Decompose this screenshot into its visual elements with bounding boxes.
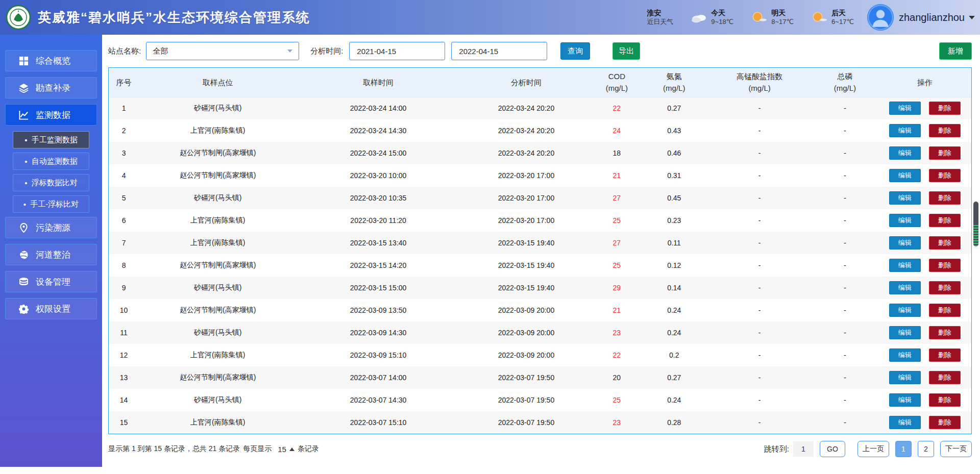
page-button-2[interactable]: 2 <box>918 441 934 457</box>
add-button[interactable]: 新增 <box>939 42 972 60</box>
cod-value: 22 <box>593 97 641 119</box>
edit-button[interactable]: 编辑 <box>889 124 921 137</box>
actions-cell: 编辑删除 <box>878 366 971 389</box>
delete-button[interactable]: 删除 <box>929 304 961 317</box>
app-root: 英威雅“碧水哨兵”水生态环境综合管理系统 淮安 近日天气 今天9~18℃明天8~… <box>0 0 980 474</box>
edit-button[interactable]: 编辑 <box>889 416 921 429</box>
site-name: 砂礓河(马头镇) <box>139 321 297 344</box>
per-page-suffix: 条记录 <box>298 444 319 454</box>
tp-value: - <box>812 142 878 164</box>
export-button[interactable]: 导出 <box>612 42 640 60</box>
edit-button[interactable]: 编辑 <box>889 304 921 317</box>
site-name: 砂礓河(马头镇) <box>139 277 297 299</box>
delete-button[interactable]: 删除 <box>929 371 961 384</box>
kmno4-value: - <box>707 321 812 344</box>
tp-value: - <box>812 366 878 389</box>
go-button[interactable]: GO <box>820 441 845 457</box>
kmno4-value: - <box>707 164 812 187</box>
per-page-prefix: 每页显示 <box>243 444 272 454</box>
sidebar-item[interactable]: 设备管理 <box>5 271 97 292</box>
bullet-icon: • <box>24 157 27 166</box>
edit-button[interactable]: 编辑 <box>889 214 921 227</box>
edit-button[interactable]: 编辑 <box>889 169 921 182</box>
weather-days: 今天9~18℃明天8~17℃后天6~17℃ <box>673 9 854 26</box>
edit-button[interactable]: 编辑 <box>889 281 921 294</box>
date-to-input[interactable]: 2022-04-15 <box>451 42 547 60</box>
station-select[interactable]: 全部 <box>146 42 299 60</box>
sample-time: 2022-03-24 15:00 <box>297 142 459 164</box>
actions-cell: 编辑删除 <box>878 277 971 299</box>
delete-button[interactable]: 删除 <box>929 214 961 227</box>
edit-button[interactable]: 编辑 <box>889 259 921 272</box>
delete-button[interactable]: 删除 <box>929 281 961 294</box>
delete-button[interactable]: 删除 <box>929 124 961 137</box>
column-header-line1: 总磷 <box>812 70 878 82</box>
edit-button[interactable]: 编辑 <box>889 371 921 384</box>
edit-button[interactable]: 编辑 <box>889 348 921 362</box>
edit-button[interactable]: 编辑 <box>889 191 921 205</box>
station-name-label: 站点名称: <box>108 46 141 56</box>
table-row: 9砂礓河(马头镇)2022-03-15 15:002022-03-15 19:4… <box>109 277 971 299</box>
sidebar-item[interactable]: 综合概览 <box>5 50 97 71</box>
sidebar-item[interactable]: 勘查补录 <box>5 77 97 98</box>
delete-button[interactable]: 删除 <box>929 169 961 182</box>
sidebar-item[interactable]: 河道整治 <box>5 244 97 265</box>
tp-value: - <box>812 344 878 366</box>
edit-button[interactable]: 编辑 <box>889 102 921 115</box>
delete-button[interactable]: 删除 <box>929 416 961 429</box>
delete-button[interactable]: 删除 <box>929 326 961 339</box>
sidebar-subitem[interactable]: •手工监测数据 <box>13 131 89 148</box>
delete-button[interactable]: 删除 <box>929 348 961 362</box>
avatar[interactable] <box>867 4 894 31</box>
delete-button[interactable]: 删除 <box>929 259 961 272</box>
sidebar-subitem-label: 自动监测数据 <box>32 157 78 166</box>
page-size-select[interactable]: 15 <box>278 445 295 454</box>
page-button-1[interactable]: 1 <box>895 441 912 457</box>
filter-bar: 站点名称: 全部 分析时间: 2021-04-15 2022-04-15 查询 … <box>108 41 972 61</box>
jump-page-input[interactable]: 1 <box>793 441 814 457</box>
query-button[interactable]: 查询 <box>560 42 590 60</box>
scrollbar-track[interactable] <box>973 41 979 462</box>
weather-day-label: 今天 <box>711 9 733 17</box>
kmno4-value: - <box>707 366 812 389</box>
sidebar-subitem[interactable]: •浮标数据比对 <box>13 174 89 191</box>
sidebar-item-label: 监测数据 <box>36 109 70 121</box>
kmno4-value: - <box>707 97 812 119</box>
sidebar-item[interactable]: 权限设置 <box>5 298 97 319</box>
delete-button[interactable]: 删除 <box>929 191 961 205</box>
row-index: 5 <box>109 187 139 209</box>
edit-button[interactable]: 编辑 <box>889 236 921 250</box>
user-menu[interactable]: zhanglianzhou <box>899 12 975 23</box>
delete-button[interactable]: 删除 <box>929 102 961 115</box>
cod-value: 23 <box>593 321 641 344</box>
kmno4-value: - <box>707 389 812 411</box>
sample-time: 2022-03-09 13:50 <box>297 299 459 321</box>
sidebar-item[interactable]: 污染溯源 <box>5 217 97 238</box>
edit-button[interactable]: 编辑 <box>889 393 921 407</box>
delete-button[interactable]: 删除 <box>929 146 961 160</box>
weather-day: 明天8~17℃ <box>751 9 794 26</box>
delete-button[interactable]: 删除 <box>929 393 961 407</box>
column-header-line1: 序号 <box>109 77 139 88</box>
kmno4-value: - <box>707 277 812 299</box>
delete-button[interactable]: 删除 <box>929 236 961 250</box>
edit-button[interactable]: 编辑 <box>889 146 921 160</box>
site-name: 赵公河节制闸(高家堰镇) <box>139 366 297 389</box>
sidebar-subitem-label: 手工-浮标比对 <box>30 199 79 209</box>
cod-value: 27 <box>593 232 641 254</box>
sidebar-item-label: 河道整治 <box>36 249 70 261</box>
nh3n-value: 0.24 <box>641 299 707 321</box>
sidebar-subitem[interactable]: •手工-浮标比对 <box>13 195 89 213</box>
next-page-button[interactable]: 下一页 <box>940 441 972 457</box>
sunny-icon <box>751 11 767 24</box>
edit-button[interactable]: 编辑 <box>889 326 921 339</box>
prev-page-button[interactable]: 上一页 <box>857 441 889 457</box>
sidebar-item[interactable]: 监测数据 <box>5 104 97 126</box>
table-row: 1砂礓河(马头镇)2022-03-24 14:002022-03-24 20:2… <box>109 97 971 119</box>
records-summary-text: 显示第 1 到第 15 条记录，总共 21 条记录 <box>108 444 240 454</box>
tp-value: - <box>812 389 878 411</box>
date-from-input[interactable]: 2021-04-15 <box>349 42 445 60</box>
scrollbar-thumb[interactable] <box>973 202 978 246</box>
pin-icon <box>19 222 29 233</box>
sidebar-subitem[interactable]: •自动监测数据 <box>13 153 89 170</box>
